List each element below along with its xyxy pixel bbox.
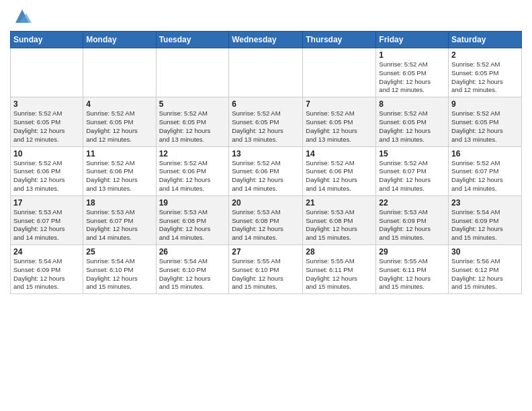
calendar-cell: 17Sunrise: 5:53 AM Sunset: 6:07 PM Dayli… [11, 195, 83, 244]
day-info: Sunrise: 5:54 AM Sunset: 6:10 PM Dayligh… [159, 257, 226, 291]
day-info: Sunrise: 5:54 AM Sunset: 6:10 PM Dayligh… [86, 257, 152, 291]
weekday-header-saturday: Saturday [449, 32, 522, 48]
day-number: 28 [306, 247, 373, 257]
page: SundayMondayTuesdayWednesdayThursdayFrid… [0, 0, 532, 304]
day-number: 8 [379, 99, 445, 109]
calendar-cell: 14Sunrise: 5:52 AM Sunset: 6:06 PM Dayli… [303, 146, 376, 195]
weekday-header-row: SundayMondayTuesdayWednesdayThursdayFrid… [11, 32, 522, 48]
day-info: Sunrise: 5:52 AM Sunset: 6:05 PM Dayligh… [306, 109, 373, 144]
calendar-cell: 22Sunrise: 5:53 AM Sunset: 6:09 PM Dayli… [376, 195, 449, 244]
day-info: Sunrise: 5:52 AM Sunset: 6:06 PM Dayligh… [159, 159, 226, 193]
day-info: Sunrise: 5:52 AM Sunset: 6:06 PM Dayligh… [13, 159, 80, 193]
calendar-cell: 18Sunrise: 5:53 AM Sunset: 6:07 PM Dayli… [83, 195, 156, 244]
calendar-cell: 24Sunrise: 5:54 AM Sunset: 6:09 PM Dayli… [11, 245, 83, 294]
calendar-week-row: 17Sunrise: 5:53 AM Sunset: 6:07 PM Dayli… [11, 195, 522, 244]
calendar-cell: 26Sunrise: 5:54 AM Sunset: 6:10 PM Dayli… [156, 245, 229, 294]
calendar-cell [229, 48, 303, 97]
day-info: Sunrise: 5:52 AM Sunset: 6:05 PM Dayligh… [379, 60, 445, 95]
day-number: 19 [159, 198, 226, 208]
day-info: Sunrise: 5:52 AM Sunset: 6:05 PM Dayligh… [86, 109, 152, 144]
weekday-header-thursday: Thursday [303, 32, 376, 48]
day-info: Sunrise: 5:53 AM Sunset: 6:07 PM Dayligh… [86, 208, 152, 242]
calendar-cell: 4Sunrise: 5:52 AM Sunset: 6:05 PM Daylig… [83, 97, 156, 146]
weekday-header-wednesday: Wednesday [229, 32, 303, 48]
day-number: 2 [451, 50, 519, 60]
calendar-cell [156, 48, 229, 97]
calendar-cell: 6Sunrise: 5:52 AM Sunset: 6:05 PM Daylig… [229, 97, 303, 146]
logo-icon [13, 7, 32, 26]
calendar-cell: 3Sunrise: 5:52 AM Sunset: 6:05 PM Daylig… [11, 97, 83, 146]
calendar-week-row: 24Sunrise: 5:54 AM Sunset: 6:09 PM Dayli… [11, 245, 522, 294]
calendar-week-row: 1Sunrise: 5:52 AM Sunset: 6:05 PM Daylig… [11, 48, 522, 97]
calendar-cell: 2Sunrise: 5:52 AM Sunset: 6:05 PM Daylig… [449, 48, 522, 97]
day-number: 15 [379, 149, 445, 158]
calendar-cell: 27Sunrise: 5:55 AM Sunset: 6:10 PM Dayli… [229, 245, 303, 294]
calendar-cell: 7Sunrise: 5:52 AM Sunset: 6:05 PM Daylig… [303, 97, 376, 146]
day-info: Sunrise: 5:52 AM Sunset: 6:05 PM Dayligh… [159, 109, 226, 144]
day-info: Sunrise: 5:55 AM Sunset: 6:10 PM Dayligh… [232, 257, 300, 291]
calendar-cell [83, 48, 156, 97]
day-number: 5 [159, 99, 226, 109]
day-number: 17 [13, 198, 80, 208]
calendar-cell [11, 48, 83, 97]
day-number: 12 [159, 149, 226, 158]
day-number: 6 [232, 99, 300, 109]
day-info: Sunrise: 5:53 AM Sunset: 6:08 PM Dayligh… [232, 208, 300, 242]
day-info: Sunrise: 5:52 AM Sunset: 6:05 PM Dayligh… [13, 109, 80, 144]
day-number: 4 [86, 99, 152, 109]
calendar-cell [303, 48, 376, 97]
calendar-cell: 13Sunrise: 5:52 AM Sunset: 6:06 PM Dayli… [229, 146, 303, 195]
calendar-cell: 29Sunrise: 5:55 AM Sunset: 6:11 PM Dayli… [376, 245, 449, 294]
calendar-cell: 20Sunrise: 5:53 AM Sunset: 6:08 PM Dayli… [229, 195, 303, 244]
header [10, 7, 522, 26]
calendar-cell: 10Sunrise: 5:52 AM Sunset: 6:06 PM Dayli… [11, 146, 83, 195]
day-info: Sunrise: 5:52 AM Sunset: 6:06 PM Dayligh… [232, 159, 300, 193]
calendar-cell: 28Sunrise: 5:55 AM Sunset: 6:11 PM Dayli… [303, 245, 376, 294]
day-number: 26 [159, 247, 226, 257]
calendar-cell: 9Sunrise: 5:52 AM Sunset: 6:05 PM Daylig… [449, 97, 522, 146]
day-info: Sunrise: 5:54 AM Sunset: 6:09 PM Dayligh… [451, 208, 519, 242]
calendar-cell: 16Sunrise: 5:52 AM Sunset: 6:07 PM Dayli… [449, 146, 522, 195]
day-number: 9 [451, 99, 519, 109]
day-number: 7 [306, 99, 373, 109]
day-info: Sunrise: 5:56 AM Sunset: 6:12 PM Dayligh… [451, 257, 519, 291]
day-number: 21 [306, 198, 373, 208]
day-info: Sunrise: 5:52 AM Sunset: 6:05 PM Dayligh… [451, 109, 519, 144]
day-number: 14 [306, 149, 373, 158]
day-number: 3 [13, 99, 80, 109]
calendar-cell: 30Sunrise: 5:56 AM Sunset: 6:12 PM Dayli… [449, 245, 522, 294]
day-number: 20 [232, 198, 300, 208]
calendar-cell: 19Sunrise: 5:53 AM Sunset: 6:08 PM Dayli… [156, 195, 229, 244]
day-number: 1 [379, 50, 445, 60]
weekday-header-tuesday: Tuesday [156, 32, 229, 48]
calendar-week-row: 10Sunrise: 5:52 AM Sunset: 6:06 PM Dayli… [11, 146, 522, 195]
day-number: 24 [13, 247, 80, 257]
day-number: 18 [86, 198, 152, 208]
day-info: Sunrise: 5:53 AM Sunset: 6:08 PM Dayligh… [159, 208, 226, 242]
day-info: Sunrise: 5:52 AM Sunset: 6:07 PM Dayligh… [451, 159, 519, 193]
day-number: 13 [232, 149, 300, 158]
day-number: 16 [451, 149, 519, 158]
day-number: 27 [232, 247, 300, 257]
day-info: Sunrise: 5:52 AM Sunset: 6:06 PM Dayligh… [306, 159, 373, 193]
day-number: 30 [451, 247, 519, 257]
calendar-table: SundayMondayTuesdayWednesdayThursdayFrid… [10, 31, 522, 294]
weekday-header-friday: Friday [376, 32, 449, 48]
logo [10, 9, 32, 26]
calendar-cell: 25Sunrise: 5:54 AM Sunset: 6:10 PM Dayli… [83, 245, 156, 294]
day-info: Sunrise: 5:55 AM Sunset: 6:11 PM Dayligh… [306, 257, 373, 291]
day-number: 22 [379, 198, 445, 208]
calendar-cell: 15Sunrise: 5:52 AM Sunset: 6:07 PM Dayli… [376, 146, 449, 195]
calendar-cell: 8Sunrise: 5:52 AM Sunset: 6:05 PM Daylig… [376, 97, 449, 146]
calendar-cell: 11Sunrise: 5:52 AM Sunset: 6:06 PM Dayli… [83, 146, 156, 195]
weekday-header-sunday: Sunday [11, 32, 83, 48]
calendar-week-row: 3Sunrise: 5:52 AM Sunset: 6:05 PM Daylig… [11, 97, 522, 146]
day-info: Sunrise: 5:52 AM Sunset: 6:07 PM Dayligh… [379, 159, 445, 193]
day-info: Sunrise: 5:55 AM Sunset: 6:11 PM Dayligh… [379, 257, 445, 291]
day-info: Sunrise: 5:53 AM Sunset: 6:08 PM Dayligh… [306, 208, 373, 242]
calendar-cell: 1Sunrise: 5:52 AM Sunset: 6:05 PM Daylig… [376, 48, 449, 97]
calendar-cell: 5Sunrise: 5:52 AM Sunset: 6:05 PM Daylig… [156, 97, 229, 146]
calendar-cell: 23Sunrise: 5:54 AM Sunset: 6:09 PM Dayli… [449, 195, 522, 244]
day-info: Sunrise: 5:52 AM Sunset: 6:05 PM Dayligh… [451, 60, 519, 95]
day-number: 11 [86, 149, 152, 158]
